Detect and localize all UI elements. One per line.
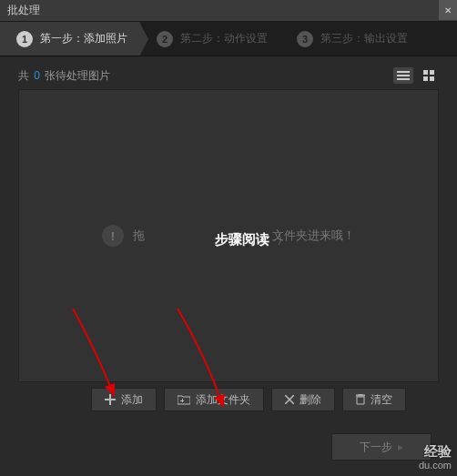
- add-button[interactable]: 添加: [91, 388, 157, 411]
- svg-rect-4: [430, 70, 434, 75]
- list-view-button[interactable]: [393, 67, 413, 84]
- watermark-main: 经验: [419, 444, 452, 460]
- step-1[interactable]: 1 第一步：添加照片: [0, 22, 140, 56]
- action-buttons: 添加 添加文件夹 删除 清空: [91, 388, 439, 411]
- step-3-num: 3: [297, 31, 313, 47]
- step-3-label: 第三步：输出设置: [320, 31, 408, 46]
- step-1-label: 第一步：添加照片: [40, 31, 127, 46]
- svg-rect-2: [397, 78, 410, 80]
- watermark: 经验 du.com: [419, 444, 452, 471]
- delete-button[interactable]: 删除: [271, 388, 335, 411]
- grid-view-button[interactable]: [419, 67, 439, 84]
- step-2: 2 第二步：动作设置: [140, 22, 280, 56]
- next-button[interactable]: 下一步 ▸: [331, 433, 432, 461]
- trash-icon: [356, 394, 365, 405]
- overlay-label: 步骤阅读: [215, 231, 269, 248]
- count-row: 共 0 张待处理图片: [18, 67, 439, 84]
- clear-button[interactable]: 清空: [342, 388, 406, 411]
- grid-icon: [423, 70, 434, 81]
- titlebar: 批处理: [0, 0, 457, 22]
- step-3: 3 第三步：输出设置: [280, 22, 421, 56]
- svg-rect-1: [397, 75, 410, 76]
- watermark-sub: du.com: [419, 460, 452, 471]
- info-icon: !: [102, 225, 124, 247]
- add-folder-button[interactable]: 添加文件夹: [164, 388, 264, 411]
- close-button[interactable]: ✕: [439, 0, 457, 20]
- svg-rect-6: [430, 76, 434, 81]
- step-2-label: 第二步：动作设置: [180, 31, 268, 46]
- plus-icon: [105, 394, 116, 405]
- folder-plus-icon: [178, 394, 190, 405]
- hint-text-left: 拖: [133, 228, 145, 244]
- step-wizard: 1 第一步：添加照片 2 第二步：动作设置 3 第三步：输出设置: [0, 22, 457, 56]
- window-title: 批处理: [7, 3, 40, 18]
- step-2-num: 2: [157, 31, 173, 47]
- footer: 下一步 ▸: [0, 420, 457, 473]
- chevron-right-icon: 〉: [277, 232, 289, 248]
- count-number: 0: [34, 69, 40, 82]
- view-switcher: [393, 67, 439, 84]
- svg-rect-5: [423, 76, 428, 81]
- list-icon: [397, 70, 410, 81]
- step-reading-overlay[interactable]: 步骤阅读 〉: [204, 228, 300, 252]
- chevron-right-icon: ▸: [398, 441, 403, 453]
- svg-rect-3: [423, 70, 428, 75]
- x-icon: [285, 395, 294, 404]
- pending-count: 共 0 张待处理图片: [18, 68, 110, 84]
- svg-rect-0: [397, 71, 410, 73]
- step-1-num: 1: [16, 31, 33, 47]
